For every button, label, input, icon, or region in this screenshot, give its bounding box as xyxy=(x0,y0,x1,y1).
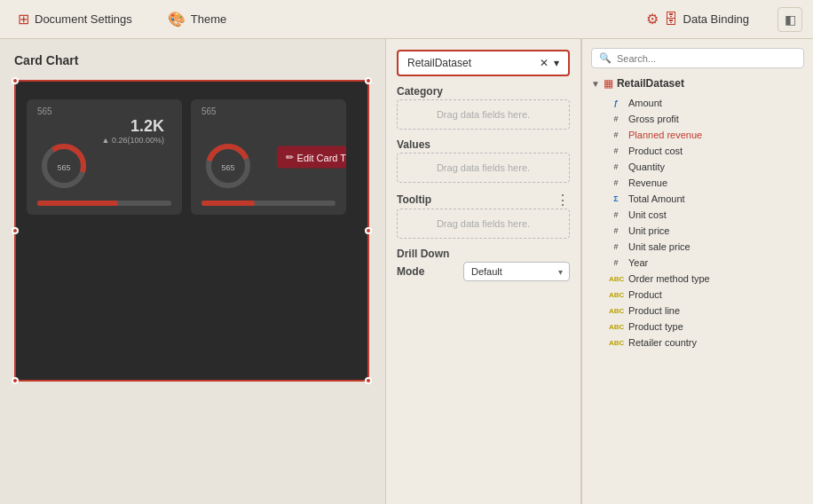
item-name: Product line xyxy=(628,305,680,316)
dataset-selector[interactable]: RetailDataset ✕ ▾ xyxy=(397,50,570,76)
resize-handle-tl[interactable] xyxy=(12,77,19,84)
tooltip-label: Tooltip xyxy=(397,193,431,206)
item-name: Unit price xyxy=(628,225,669,236)
svg-text:565: 565 xyxy=(57,163,70,172)
tree-chevron-icon: ▼ xyxy=(591,79,600,89)
item-name: Gross profit xyxy=(628,114,679,124)
cards-row: 565 565 1.2K ▲ 0.26(100.00%) xyxy=(27,99,357,215)
clear-dataset-icon[interactable]: ✕ xyxy=(540,57,549,69)
dropdown-icon[interactable]: ▾ xyxy=(554,57,559,69)
item-name: Product type xyxy=(628,321,683,332)
category-drop-zone[interactable]: Drag data fields here. xyxy=(397,99,570,130)
pencil-icon: ✏ xyxy=(286,152,294,163)
tooltip-placeholder: Drag data fields here. xyxy=(437,218,530,229)
tree-item[interactable]: #Product cost xyxy=(591,143,804,159)
resize-handle-ml[interactable] xyxy=(12,227,19,234)
theme-button[interactable]: 🎨 Theme xyxy=(161,7,233,31)
tree-item[interactable]: ABCRetailer country xyxy=(591,335,804,350)
item-name: Retailer country xyxy=(628,337,697,348)
item-type-badge: # xyxy=(609,178,623,187)
tree-items-container: ƒAmount#Gross profit#Planned revenue#Pro… xyxy=(591,95,804,350)
item-type-badge: # xyxy=(609,130,623,139)
tree-item[interactable]: #Planned revenue xyxy=(591,127,804,143)
tree-item[interactable]: #Gross profit xyxy=(591,111,804,127)
card-1-bar-fill xyxy=(37,201,118,206)
item-type-badge: # xyxy=(609,146,623,155)
svg-text:565: 565 xyxy=(221,163,234,172)
item-name: Unit sale price xyxy=(628,241,691,252)
theme-label: Theme xyxy=(191,12,226,26)
grid-icon: ⊞ xyxy=(18,11,29,28)
category-section: Category Drag data fields here. xyxy=(397,85,570,130)
item-type-badge: ABC xyxy=(609,323,623,331)
category-label: Category xyxy=(397,85,570,98)
tree-item[interactable]: ABCOrder method type xyxy=(591,271,804,287)
mode-select[interactable]: Default Hierarchical None xyxy=(463,262,570,281)
mode-label: Mode xyxy=(397,265,424,278)
tooltip-drop-zone[interactable]: Drag data fields here. xyxy=(397,209,570,239)
left-panel: Card Chart 565 xyxy=(0,39,386,504)
drill-down-label: Drill Down xyxy=(397,248,570,260)
edit-card-label: Edit Card T xyxy=(297,152,346,162)
card-chart-container[interactable]: 565 565 1.2K ▲ 0.26(100.00%) xyxy=(14,80,369,382)
item-type-badge: ƒ xyxy=(609,98,623,107)
item-name: Amount xyxy=(628,98,662,108)
tree-item[interactable]: ABCProduct type xyxy=(591,319,804,335)
item-type-badge: Σ xyxy=(609,194,623,203)
card-1-value: 1.2K xyxy=(102,117,164,136)
search-input[interactable] xyxy=(617,53,796,64)
tooltip-menu-icon[interactable]: ⋮ xyxy=(556,192,570,209)
values-placeholder: Drag data fields here. xyxy=(437,162,530,173)
item-type-badge: # xyxy=(609,242,623,251)
item-type-badge: # xyxy=(609,226,623,235)
collapse-panel-button[interactable]: ◧ xyxy=(777,7,802,32)
values-drop-zone[interactable]: Drag data fields here. xyxy=(397,153,570,183)
tree-root-item[interactable]: ▼ ▦ RetailDataset xyxy=(591,77,804,90)
card-item-1[interactable]: 565 565 1.2K ▲ 0.26(100.00%) xyxy=(27,99,182,215)
card-2-label: 565 xyxy=(201,106,217,116)
item-type-badge: # xyxy=(609,162,623,171)
tree-item[interactable]: ΣTotal Amount xyxy=(591,191,804,207)
item-type-badge: # xyxy=(609,210,623,219)
tree-item[interactable]: ABCProduct xyxy=(591,287,804,303)
item-name: Product cost xyxy=(628,146,683,156)
tree-item[interactable]: #Quantity xyxy=(591,159,804,175)
page-title: Card Chart xyxy=(14,53,371,67)
card-1-label: 565 xyxy=(37,106,52,116)
item-name: Quantity xyxy=(628,161,665,172)
tree-item[interactable]: #Unit sale price xyxy=(591,239,804,255)
item-name: Product xyxy=(628,289,662,300)
item-type-badge: ABC xyxy=(609,307,623,315)
doc-settings-button[interactable]: ⊞ Document Settings xyxy=(11,7,139,31)
item-name: Unit cost xyxy=(628,209,667,220)
card-2-bar xyxy=(201,201,335,206)
resize-handle-tr[interactable] xyxy=(365,77,372,84)
tree-item[interactable]: #Year xyxy=(591,255,804,271)
tooltip-header: Tooltip ⋮ xyxy=(397,192,570,209)
item-name: Order method type xyxy=(628,273,710,284)
tree-item[interactable]: ABCProduct line xyxy=(591,303,804,319)
resize-handle-br[interactable] xyxy=(365,377,372,384)
card-item-2[interactable]: 565 565 xyxy=(191,99,346,215)
item-name: Planned revenue xyxy=(628,130,702,140)
category-placeholder: Drag data fields here. xyxy=(437,109,530,120)
item-type-badge: # xyxy=(609,114,623,123)
item-name: Total Amount xyxy=(628,193,685,204)
item-name: Year xyxy=(628,257,648,268)
tooltip-section: Tooltip ⋮ Drag data fields here. xyxy=(397,192,570,239)
mode-select-wrapper: Default Hierarchical None xyxy=(463,262,570,281)
settings-icon: ⚙ xyxy=(646,11,659,28)
resize-handle-mr[interactable] xyxy=(365,227,372,234)
search-icon: 🔍 xyxy=(599,52,612,64)
tree-item[interactable]: #Unit cost xyxy=(591,207,804,223)
tree-item[interactable]: #Revenue xyxy=(591,175,804,191)
edit-card-button[interactable]: ✏ Edit Card T xyxy=(277,146,346,169)
data-binding-section: RetailDataset ✕ ▾ Category Drag data fie… xyxy=(386,39,581,504)
tree-item[interactable]: ƒAmount xyxy=(591,95,804,111)
data-binding-button[interactable]: ⚙ 🗄 Data Binding xyxy=(639,7,756,31)
card-2-donut: 565 xyxy=(201,139,255,193)
tree-item[interactable]: #Unit price xyxy=(591,223,804,239)
resize-handle-bl[interactable] xyxy=(12,377,19,384)
card-1-bar xyxy=(37,201,171,206)
palette-icon: 🎨 xyxy=(168,11,185,28)
